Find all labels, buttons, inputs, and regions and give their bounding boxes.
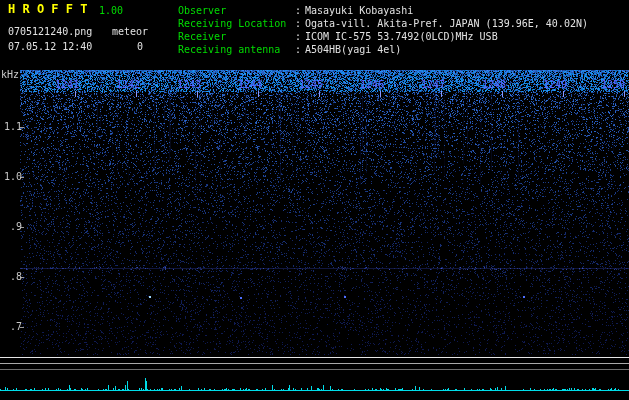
freq-label-.8: .8	[10, 272, 22, 282]
info-colon: :	[295, 19, 301, 29]
freq-label-1.1: 1.1	[4, 122, 22, 132]
time-label-1241: 1241	[55, 80, 79, 90]
time-label-1242: 1242	[116, 80, 140, 90]
info-colon: :	[295, 45, 301, 55]
meteor-count: 0	[137, 42, 143, 52]
freq-label-.7: .7	[10, 322, 22, 332]
time-label-1250: 1250	[601, 80, 625, 90]
freq-label-.9: .9	[10, 222, 22, 232]
time-label-1245: 1245	[299, 80, 323, 90]
mode-label: meteor	[112, 27, 148, 37]
time-label-1247: 1247	[421, 80, 445, 90]
info-colon: :	[295, 6, 301, 16]
info-label-receiver: Receiver	[178, 32, 226, 42]
app-title: H R O F F T	[8, 4, 87, 14]
info-value-receiver: ICOM IC-575 53.7492(0LCD)MHz USB	[305, 32, 498, 42]
time-label-1246: 1246	[360, 80, 384, 90]
info-value-antenna: A504HB(yagi 4el)	[305, 45, 401, 55]
info-colon: :	[295, 32, 301, 42]
app-version: 1.00	[99, 6, 123, 16]
freq-label-kHz: kHz	[1, 70, 19, 80]
freq-label-1.0: 1.0	[4, 172, 22, 182]
time-label-1244: 1244	[238, 80, 262, 90]
spectrogram-canvas	[0, 0, 629, 400]
time-label-1249: 1249	[543, 80, 567, 90]
info-label-antenna: Receiving antenna	[178, 45, 280, 55]
info-value-observer: Masayuki Kobayashi	[305, 6, 413, 16]
info-label-location: Receiving Location	[178, 19, 286, 29]
hrofft-output: H R O F F T 1.00 0705121240.png meteor 0…	[0, 0, 629, 400]
time-label-1248: 1248	[482, 80, 506, 90]
info-label-observer: Observer	[178, 6, 226, 16]
timestamp: 07.05.12 12:40	[8, 42, 92, 52]
output-filename: 0705121240.png	[8, 27, 92, 37]
info-value-location: Ogata-vill. Akita-Pref. JAPAN (139.96E, …	[305, 19, 588, 29]
time-label-1243: 1243	[177, 80, 201, 90]
